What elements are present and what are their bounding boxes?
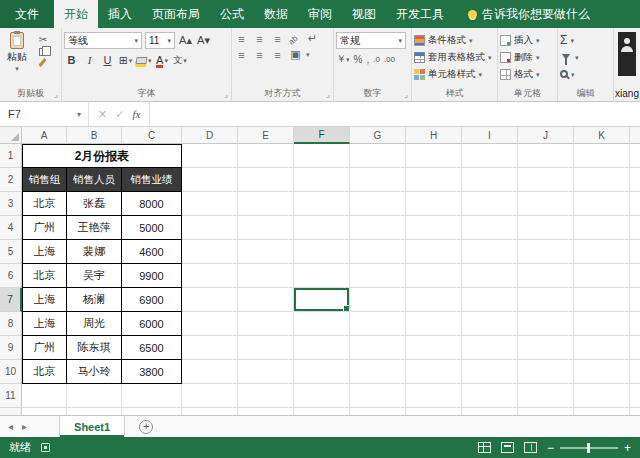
align-center-button[interactable]: ≡ xyxy=(252,49,267,61)
zoom-in-button[interactable]: + xyxy=(624,442,631,454)
cell-E2[interactable] xyxy=(238,168,294,192)
cell-C4[interactable]: 5000 xyxy=(122,216,182,240)
cell-J6[interactable] xyxy=(518,264,574,288)
cell-I5[interactable] xyxy=(462,240,518,264)
cell-K5[interactable] xyxy=(574,240,630,264)
conditional-formatting-button[interactable]: 条件格式 ▾ xyxy=(414,32,495,48)
column-header-C[interactable]: C xyxy=(122,127,182,144)
cell-E1[interactable] xyxy=(238,144,294,168)
cell-G7[interactable] xyxy=(350,288,406,312)
row-header-7[interactable]: 7 xyxy=(0,288,22,312)
ribbon-tab-insert[interactable]: 插入 xyxy=(98,0,142,28)
name-box-dropdown[interactable]: ▾ xyxy=(70,102,88,126)
cell-L8[interactable] xyxy=(630,312,640,336)
column-header-F[interactable]: F xyxy=(294,127,350,144)
cell-C11[interactable] xyxy=(122,384,182,408)
cell-H6[interactable] xyxy=(406,264,462,288)
cell-F9[interactable] xyxy=(294,336,350,360)
cell-J2[interactable] xyxy=(518,168,574,192)
cell-L5[interactable] xyxy=(630,240,640,264)
insert-cells-button[interactable]: 插入 ▾ xyxy=(500,32,555,48)
number-dialog-launcher-icon[interactable]: ⌟ xyxy=(404,90,408,99)
cell-D12[interactable] xyxy=(182,408,238,415)
cell-F11[interactable] xyxy=(294,384,350,408)
column-header-J[interactable]: J xyxy=(518,127,574,144)
ribbon-tab-review[interactable]: 审阅 xyxy=(298,0,342,28)
comma-style-button[interactable]: , xyxy=(366,54,369,65)
wrap-text-button[interactable]: ↵ xyxy=(305,32,320,45)
cell-H3[interactable] xyxy=(406,192,462,216)
row-header-10[interactable]: 10 xyxy=(0,360,22,384)
alignment-dialog-launcher-icon[interactable]: ⌟ xyxy=(326,90,330,99)
cell-C9[interactable]: 6500 xyxy=(122,336,182,360)
column-header-A[interactable]: A xyxy=(22,127,67,144)
clipboard-dialog-launcher-icon[interactable]: ⌟ xyxy=(54,90,58,99)
row-header-3[interactable]: 3 xyxy=(0,192,22,216)
cell-I2[interactable] xyxy=(462,168,518,192)
cell-E4[interactable] xyxy=(238,216,294,240)
italic-button[interactable]: I xyxy=(82,52,97,68)
cell-E6[interactable] xyxy=(238,264,294,288)
cell-J12[interactable] xyxy=(518,408,574,415)
ribbon-tab-formulas[interactable]: 公式 xyxy=(210,0,254,28)
row-header-11[interactable]: 11 xyxy=(0,384,22,408)
cell-E5[interactable] xyxy=(238,240,294,264)
cell-G12[interactable] xyxy=(350,408,406,415)
cell-J9[interactable] xyxy=(518,336,574,360)
cell-H10[interactable] xyxy=(406,360,462,384)
cell-L2[interactable] xyxy=(630,168,640,192)
cell-G9[interactable] xyxy=(350,336,406,360)
cell-A5[interactable]: 上海 xyxy=(22,240,67,264)
cell-F3[interactable] xyxy=(294,192,350,216)
cell-K2[interactable] xyxy=(574,168,630,192)
cell-H12[interactable] xyxy=(406,408,462,415)
decrease-decimal-button[interactable]: .00 xyxy=(384,55,395,64)
format-painter-button[interactable] xyxy=(38,58,46,67)
confirm-entry-button[interactable]: ✓ xyxy=(115,108,124,121)
cell-G3[interactable] xyxy=(350,192,406,216)
column-header-L[interactable]: L xyxy=(630,127,640,144)
sort-filter-button[interactable]: ▾ xyxy=(560,49,611,65)
insert-function-button[interactable]: fx xyxy=(132,108,140,120)
cell-B10[interactable]: 马小玲 xyxy=(67,360,122,384)
cell-F1[interactable] xyxy=(294,144,350,168)
cell-F4[interactable] xyxy=(294,216,350,240)
cell-L1[interactable] xyxy=(630,144,640,168)
cell-A1[interactable]: 2月份报表 xyxy=(22,144,182,168)
cell-D10[interactable] xyxy=(182,360,238,384)
cell-G4[interactable] xyxy=(350,216,406,240)
cell-H9[interactable] xyxy=(406,336,462,360)
find-select-button[interactable]: ▾ xyxy=(560,66,611,82)
cell-A4[interactable]: 广州 xyxy=(22,216,67,240)
ribbon-tab-home[interactable]: 开始 xyxy=(54,0,98,28)
cell-G1[interactable] xyxy=(350,144,406,168)
cell-I3[interactable] xyxy=(462,192,518,216)
cell-L7[interactable] xyxy=(630,288,640,312)
cell-J1[interactable] xyxy=(518,144,574,168)
cell-C7[interactable]: 6900 xyxy=(122,288,182,312)
cell-B2[interactable]: 销售人员 xyxy=(67,168,122,192)
cell-F7[interactable] xyxy=(294,288,350,312)
cell-A9[interactable]: 广州 xyxy=(22,336,67,360)
cell-A3[interactable]: 北京 xyxy=(22,192,67,216)
cell-K9[interactable] xyxy=(574,336,630,360)
align-top-button[interactable]: ≡ xyxy=(234,33,249,45)
cell-L11[interactable] xyxy=(630,384,640,408)
cell-H4[interactable] xyxy=(406,216,462,240)
cell-D4[interactable] xyxy=(182,216,238,240)
format-as-table-button[interactable]: 套用表格格式 ▾ xyxy=(414,49,495,65)
cell-F12[interactable] xyxy=(294,408,350,415)
cell-E3[interactable] xyxy=(238,192,294,216)
cell-I10[interactable] xyxy=(462,360,518,384)
cell-B12[interactable] xyxy=(67,408,122,415)
cell-F5[interactable] xyxy=(294,240,350,264)
cut-button[interactable]: ✂ xyxy=(35,33,51,46)
cell-I6[interactable] xyxy=(462,264,518,288)
row-header-12[interactable]: 12 xyxy=(0,408,22,415)
cell-C8[interactable]: 6000 xyxy=(122,312,182,336)
cell-K8[interactable] xyxy=(574,312,630,336)
cell-G10[interactable] xyxy=(350,360,406,384)
ribbon-tab-developer[interactable]: 开发工具 xyxy=(386,0,454,28)
borders-button[interactable]: ⊞ ▾ xyxy=(118,52,133,68)
increase-font-button[interactable]: A▴ xyxy=(178,33,193,49)
